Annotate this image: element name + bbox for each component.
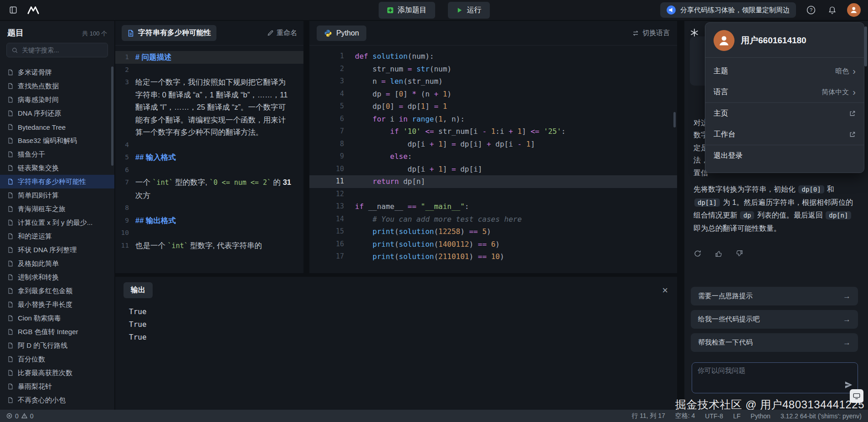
file-icon [7,69,14,76]
layout-grid-icon[interactable] [7,4,19,16]
menu-item[interactable]: 主页 [705,103,864,124]
add-problem-button[interactable]: 添加题目 [379,2,435,19]
sidebar-item[interactable]: 最小替换子串长度 [0,298,114,311]
line-number: 9 [115,214,135,227]
sidebar-item[interactable]: 和的逆运算 [0,229,114,243]
code-line: 5 dp[0] = dp[1] = 1 [309,100,677,113]
bell-icon[interactable] [826,4,838,16]
file-icon [7,342,14,349]
workbench-float-icon[interactable] [850,389,863,403]
ai-input[interactable] [698,366,841,389]
file-icon [7,356,14,362]
sidebar-item[interactable]: 暴雨梨花针 [0,380,114,393]
run-button[interactable]: 运行 [448,2,490,19]
menu-item-label: 退出登录 [714,151,743,161]
code-editor[interactable]: 1def solution(num):2 str_num = str(num)3… [309,50,677,273]
output-panel: 输出 × TrueTrueTrue [115,277,677,410]
code-line-text: # You can add more test cases here [355,213,522,226]
sidebar-item[interactable]: DNA 序列还原 [0,107,114,120]
language-tab[interactable]: Python [317,25,366,41]
line-number: 13 [309,200,355,213]
sidebar-item[interactable]: 比赛最高获胜次数 [0,366,114,380]
ai-explanation: 先将数字转换为字符串，初始化 dp[0] 和 dp[1] 为 1。然后遍历字符串… [693,183,855,235]
markdown-line: 2 [115,64,303,76]
sidebar-item[interactable]: 环状 DNA 序列整理 [0,243,114,257]
search-input[interactable] [22,46,103,54]
sidebar-item[interactable]: 字符串有多少种可能性 [0,175,114,188]
problem-count: 共 100 个 [82,30,107,38]
suggestion-button[interactable]: 帮我检查一下代码→ [691,333,858,352]
line-number: 8 [309,138,355,151]
switch-language-button[interactable]: 切换语言 [632,29,670,37]
problem-list: 多米诺骨牌查找热点数据病毒感染时间DNA 序列还原Bytedance TreeB… [0,66,114,410]
status-item[interactable]: 3.12.2 64-bit ('shims': pyenv) [781,412,862,420]
topbar-center: 添加题目 运行 [379,2,490,19]
sidebar-item[interactable]: 病毒感染时间 [0,93,114,107]
sidebar-item[interactable]: 猫鱼分干 [0,147,114,161]
code-line: 15 print(solution(12258) == 5) [309,225,677,238]
search-box[interactable] [6,43,108,57]
sidebar-item[interactable]: Base32 编码和解码 [0,134,114,147]
thumbs-down-icon[interactable] [734,249,745,259]
markdown-line: 7一个 `int` 型的数字, `0 <= num <= 2` 的 31 次方 [115,176,303,202]
close-output-icon[interactable]: × [662,285,668,295]
problems-indicator[interactable]: 0 0 [6,412,34,420]
sidebar-item[interactable]: 阿 D 的飞行路线 [0,339,114,352]
sidebar-item[interactable]: 计算位置 x 到 y 的最少... [0,216,114,229]
topbar: 添加题目 运行 分享代码练习体验，领限量定制周边 ? [0,0,868,20]
sidebar-item[interactable]: 百分位数 [0,352,114,366]
suggestion-button[interactable]: 需要一点思路提示→ [691,287,858,305]
status-item[interactable]: UTF-8 [705,412,723,420]
sidebar-item[interactable]: 查找热点数据 [0,79,114,93]
regenerate-icon[interactable] [693,249,703,259]
rename-button[interactable]: 重命名 [267,29,297,37]
sidebar-item[interactable]: 简单四则计算 [0,188,114,202]
status-item[interactable]: LF [733,412,740,420]
problem-title[interactable]: 字符串有多少种可能性 [122,25,216,41]
file-icon [7,247,14,253]
sidebar-item[interactable]: 不再贪心的小包 [0,393,114,407]
line-number: 5 [115,151,135,164]
menu-item[interactable]: 主题暗色› [705,61,864,81]
window-scrollbar[interactable] [864,26,867,66]
code-line: 12 [309,188,677,201]
external-link-icon [849,110,856,117]
sidebar-item[interactable]: 进制求和转换 [0,270,114,284]
output-tab[interactable]: 输出 [123,282,153,298]
code-line-text: def solution(num): [355,50,434,63]
sidebar-item-label: 百分位数 [18,355,109,364]
menu-item[interactable]: 工作台 [705,124,864,145]
app-logo-icon[interactable] [27,4,39,16]
suggestion-button[interactable]: 给我一些代码提示吧→ [691,310,858,329]
menu-item[interactable]: 语言简体中文› [705,81,864,102]
sidebar-item[interactable]: 链表聚集交换 [0,161,114,175]
problem-panel: 字符串有多少种可能性 重命名 1# 问题描述23给定一个数字，我们按照如下规则把… [115,21,303,273]
share-banner-button[interactable]: 分享代码练习体验，领限量定制周边 [660,2,796,18]
ai-input-box[interactable] [692,362,858,393]
sidebar-item[interactable]: Bytedance Tree [0,120,114,134]
help-icon[interactable]: ? [805,4,817,16]
sidebar-item[interactable]: 拿到最多红包金额 [0,284,114,298]
code-line-text: print(solution(12258) == 5) [355,225,491,238]
code-line: 3 n = len(str_num) [309,75,677,88]
sidebar-item[interactable]: 青海湖租车之旅 [0,202,114,216]
problem-markdown-editor[interactable]: 1# 问题描述23给定一个数字，我们按照如下规则把它翻译为字符串: 0 翻译成 … [115,51,303,273]
editor-scrollbar[interactable] [673,112,676,127]
error-count: 0 [15,412,19,420]
file-icon [7,137,14,144]
menu-item-value: 简体中文 [822,88,849,97]
status-item[interactable]: Python [750,412,770,420]
user-menu-items: 主题暗色›语言简体中文›主页工作台退出登录 [705,58,864,169]
status-item[interactable]: 行 11, 列 17 [632,412,665,420]
sidebar-item[interactable]: Cion 勒索病毒 [0,311,114,325]
sidebar-scrollbar[interactable] [111,66,113,166]
menu-item[interactable]: 退出登录 [705,145,864,166]
sidebar-item[interactable]: RGB 色值转 Integer [0,325,114,339]
status-item[interactable]: 空格: 4 [675,412,695,420]
thumbs-up-icon[interactable] [714,249,724,259]
sidebar-item[interactable]: 及格如此简单 [0,257,114,270]
sidebar-item-label: 简单四则计算 [18,191,109,200]
user-avatar[interactable] [847,3,861,17]
sidebar-item[interactable]: 多米诺骨牌 [0,66,114,79]
send-icon[interactable] [844,381,853,389]
